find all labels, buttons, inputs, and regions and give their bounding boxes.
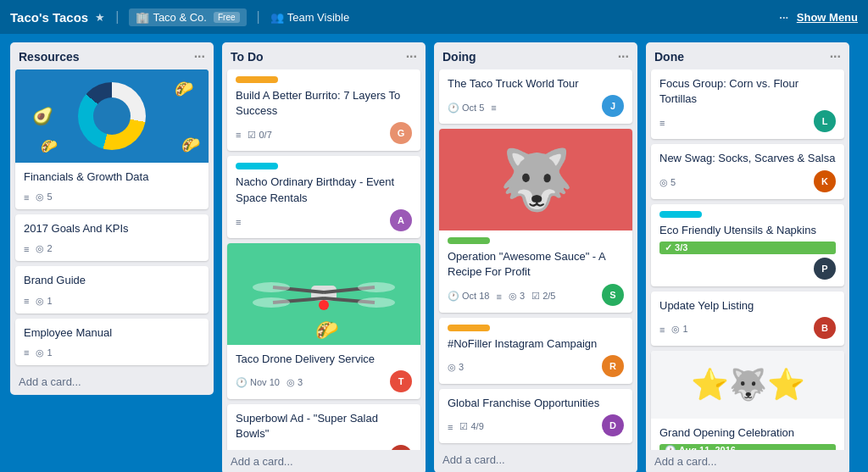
column-body-resources: 🥑 🌮 🌮 🌮 Financials & Growth Data≡◎ 52017…	[10, 69, 214, 370]
board-title[interactable]: Taco's Tacos	[10, 10, 88, 25]
card-footer-financials: ≡◎ 5	[24, 188, 200, 203]
card-avatar-franchise: D	[602, 414, 624, 436]
plan-badge: Free	[214, 12, 240, 23]
wolf-image: 🐺	[439, 129, 632, 230]
show-menu-button[interactable]: Show Menu	[797, 11, 858, 24]
column-header-resources: Resources···	[10, 42, 214, 69]
card-title-franchise: Global Franchise Opportunities	[448, 396, 624, 411]
column-menu-resources[interactable]: ···	[194, 49, 205, 64]
card-title-goals: 2017 Goals And KPIs	[24, 221, 200, 236]
team-visibility[interactable]: 👥 Team Visible	[270, 11, 349, 24]
header-divider-1: |	[115, 9, 119, 25]
card-footer-truck: 🕐 Oct 5≡J	[448, 95, 624, 117]
meta-badge-employee-0: ≡	[24, 347, 29, 358]
add-card-todo[interactable]: Add a card...	[222, 450, 426, 472]
meta-badge-instagram-0: ◎ 3	[448, 362, 464, 373]
card-meta-burrito: ≡☑ 0/7	[236, 130, 272, 141]
card-burrito[interactable]: Build A Better Burrito: 7 Layers To Succ…	[227, 69, 420, 151]
favorite-star[interactable]: ★	[95, 11, 105, 24]
card-title-drone: Taco Drone Delivery Service	[236, 352, 412, 367]
column-menu-todo[interactable]: ···	[406, 49, 417, 64]
workspace-switcher[interactable]: 🏢 Taco & Co. Free	[129, 8, 246, 26]
card-focusgroup[interactable]: Focus Group: Corn vs. Flour Tortillas≡L	[651, 69, 844, 139]
card-label-bar	[448, 237, 490, 244]
board: Resources··· 🥑 🌮 🌮 🌮 Financials & Growth…	[0, 34, 868, 472]
card-avatar-instagram: R	[602, 355, 624, 377]
card-footer-awesome: 🕐 Oct 18≡◎ 3☑ 2/5S	[448, 284, 624, 306]
add-card-resources[interactable]: Add a card...	[10, 370, 214, 395]
card-awesome[interactable]: 🐺Operation "Awesome Sauce" - A Recipe Fo…	[439, 129, 632, 312]
card-meta-drone: 🕐 Nov 10◎ 3	[236, 377, 303, 388]
card-eco[interactable]: Eco Friendly Utensils & Napkins✓ 3/3P	[651, 204, 844, 286]
card-label-bar	[659, 211, 702, 218]
column-menu-doing[interactable]: ···	[618, 49, 629, 64]
card-meta-truck: 🕐 Oct 5≡	[448, 103, 497, 114]
card-footer-instagram: ◎ 3R	[448, 355, 624, 377]
card-label-bar	[448, 325, 490, 331]
column-header-doing: Doing···	[434, 42, 637, 69]
meta-badge-brand-0: ≡	[24, 296, 29, 306]
meta-badge-awesome-1: ≡	[496, 292, 501, 302]
card-footer-franchise: ≡☑ 4/9D	[448, 414, 624, 436]
card-footer-drone: 🕐 Nov 10◎ 3T	[236, 370, 412, 392]
column-body-todo: Build A Better Burrito: 7 Layers To Succ…	[222, 69, 426, 450]
team-label: Team Visible	[287, 11, 349, 24]
header: Taco's Tacos ★ | 🏢 Taco & Co. Free | 👥 T…	[0, 0, 868, 34]
card-badge-date: 🕐 Aug 11, 2016	[659, 444, 836, 450]
card-grand[interactable]: ⭐🐺⭐Grand Opening Celebration🕐 Aug 11, 20…	[651, 351, 844, 450]
card-footer-brand: ≡◎ 1	[24, 292, 200, 307]
card-title-focusgroup: Focus Group: Corn vs. Flour Tortillas	[659, 76, 836, 107]
meta-badge-financials-1: ◎ 5	[36, 192, 52, 203]
card-title-nacho: Nacho Ordinary Birthday - Event Space Re…	[236, 175, 412, 205]
card-footer-yelp: ≡◎ 1B	[659, 317, 836, 339]
card-avatar-focusgroup: L	[814, 110, 836, 132]
card-title-superbowl: Superbowl Ad - "Super Salad Bowls"	[236, 411, 412, 441]
card-swag[interactable]: New Swag: Socks, Scarves & Salsa◎ 5K	[651, 144, 844, 198]
meta-badge-employee-1: ◎ 1	[36, 347, 52, 358]
card-yelp[interactable]: Update Yelp Listing≡◎ 1B	[651, 292, 844, 346]
card-meta-brand: ≡◎ 1	[24, 296, 53, 307]
card-meta-awesome: 🕐 Oct 18≡◎ 3☑ 2/5	[448, 291, 555, 302]
workspace-icon: 🏢	[136, 11, 149, 24]
show-menu-area: ··· Show Menu	[779, 11, 858, 24]
card-franchise[interactable]: Global Franchise Opportunities≡☑ 4/9D	[439, 389, 632, 443]
card-footer-employee: ≡◎ 1	[24, 344, 200, 358]
column-doing: Doing···The Taco Truck World Tour🕐 Oct 5…	[434, 42, 637, 472]
meta-badge-franchise-1: ☑ 4/9	[459, 421, 483, 432]
column-body-done: Focus Group: Corn vs. Flour Tortillas≡LN…	[646, 69, 849, 450]
meta-badge-financials-0: ≡	[24, 192, 29, 203]
card-title-grand: Grand Opening Celebration	[659, 425, 836, 441]
card-nacho[interactable]: Nacho Ordinary Birthday - Event Space Re…	[227, 156, 420, 237]
add-card-doing[interactable]: Add a card...	[434, 448, 637, 472]
add-card-done[interactable]: Add a card...	[646, 450, 849, 472]
card-instagram[interactable]: #NoFiller Instagram Campaign◎ 3R	[439, 318, 632, 384]
column-title-todo: To Do	[231, 50, 264, 64]
meta-badge-burrito-1: ☑ 0/7	[248, 130, 271, 141]
workspace-name: Taco & Co.	[153, 11, 207, 24]
svg-point-7	[253, 297, 290, 308]
column-menu-done[interactable]: ···	[830, 49, 841, 64]
column-resources: Resources··· 🥑 🌮 🌮 🌮 Financials & Growth…	[10, 42, 214, 395]
meta-badge-truck-0: 🕐 Oct 5	[448, 103, 484, 114]
card-avatar-truck: J	[602, 95, 624, 117]
meta-badge-truck-1: ≡	[491, 103, 496, 113]
card-title-eco: Eco Friendly Utensils & Napkins	[659, 223, 836, 238]
card-title-financials: Financials & Growth Data	[24, 169, 200, 185]
card-superbowl[interactable]: Superbowl Ad - "Super Salad Bowls"🕐 Dec …	[227, 404, 420, 450]
card-drone[interactable]: 🌮 Taco Drone Delivery Service🕐 Nov 10◎ 3…	[227, 243, 420, 399]
meta-badge-brand-1: ◎ 1	[36, 296, 52, 307]
card-brand[interactable]: Brand Guide≡◎ 1	[15, 266, 209, 313]
card-avatar-eco: P	[814, 258, 836, 280]
card-financials[interactable]: 🥑 🌮 🌮 🌮 Financials & Growth Data≡◎ 5	[15, 69, 209, 209]
card-truck[interactable]: The Taco Truck World Tour🕐 Oct 5≡J	[439, 69, 632, 124]
card-title-truck: The Taco Truck World Tour	[448, 76, 624, 92]
card-meta-franchise: ≡☑ 4/9	[448, 421, 484, 432]
card-label-bar	[236, 76, 278, 83]
card-avatar-yelp: B	[814, 317, 836, 339]
card-goals[interactable]: 2017 Goals And KPIs≡◎ 2	[15, 214, 209, 261]
meta-badge-drone-1: ◎ 3	[287, 377, 303, 388]
card-employee[interactable]: Employee Manual≡◎ 1	[15, 319, 209, 365]
svg-point-5	[253, 282, 290, 292]
more-options-dots[interactable]: ···	[779, 11, 788, 24]
meta-badge-nacho-0: ≡	[236, 217, 241, 227]
